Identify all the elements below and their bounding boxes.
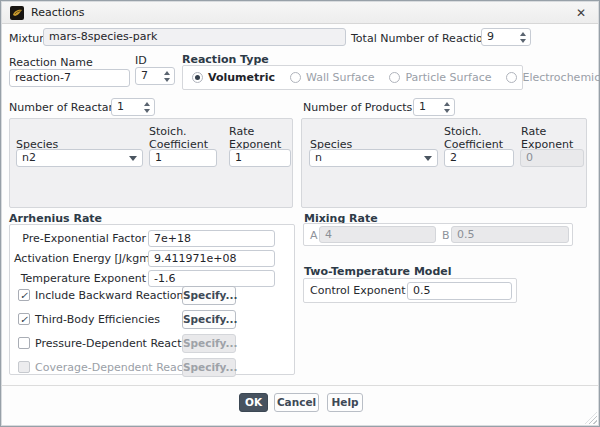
reaction-id-spinner[interactable]: 7 — [135, 67, 175, 85]
third-body-row: ✓ Third-Body Efficiencies Specify... — [10, 310, 294, 330]
chevron-down-icon — [129, 156, 137, 161]
products-table: Species Stoich. Coefficient Rate Exponen… — [301, 118, 587, 208]
mixing-a-label: A — [310, 227, 318, 244]
radio-volumetric[interactable]: Volumetric — [192, 71, 275, 84]
pre-exponential-input[interactable]: 7e+18 — [148, 230, 275, 247]
reaction-id-label: ID — [135, 54, 147, 67]
num-reactants-label: Number of Reactants — [9, 101, 126, 114]
ok-button[interactable]: OK — [239, 393, 268, 412]
titlebar: Reactions ✕ — [2, 2, 598, 24]
help-button[interactable]: Help — [327, 393, 363, 412]
backward-reaction-label: Include Backward Reaction — [35, 289, 184, 302]
control-exponent-input[interactable]: 0.5 — [407, 282, 512, 300]
activation-energy-label: Activation Energy [J/kgmol] — [14, 250, 146, 267]
total-reactions-value: 9 — [482, 29, 516, 45]
products-col-rate: Rate Exponent — [521, 124, 579, 151]
product-stoich-input[interactable]: 2 — [444, 149, 514, 167]
specify-third-body-button[interactable]: Specify... — [182, 310, 236, 329]
radio-electrochemical[interactable]: Electrochemical — [506, 71, 600, 84]
spinner-arrows-icon[interactable] — [140, 99, 154, 115]
total-reactions-spinner[interactable]: 9 — [481, 28, 531, 46]
third-body-label: Third-Body Efficiencies — [35, 313, 160, 326]
cancel-button[interactable]: Cancel — [274, 393, 319, 412]
reactant-stoich-input[interactable]: 1 — [149, 149, 217, 167]
reaction-type-radios: Volumetric Wall Surface Particle Surface… — [182, 65, 523, 90]
backward-reaction-row: ✓ Include Backward Reaction Specify... — [10, 286, 294, 306]
mixing-b-input: 0.5 — [451, 226, 569, 243]
checkbox-checked-icon[interactable]: ✓ — [18, 313, 30, 325]
control-exponent-label: Control Exponent — [310, 284, 405, 297]
radio-selected-icon[interactable] — [192, 72, 203, 83]
radio-particle-surface[interactable]: Particle Surface — [389, 71, 491, 84]
reactants-col-species: Species — [16, 124, 96, 151]
num-products-label: Number of Products — [303, 101, 412, 114]
checkbox-disabled-icon — [18, 361, 30, 373]
activation-energy-input[interactable]: 9.411971e+08 — [148, 250, 275, 267]
mixing-a-input: 4 — [319, 226, 436, 243]
coverage-dependent-row: Coverage-Dependent Reaction Specify... — [10, 358, 294, 378]
checkbox-unchecked-icon[interactable] — [18, 337, 30, 349]
reactants-col-stoich: Stoich. Coefficient — [149, 124, 215, 151]
reaction-name-label: Reaction Name — [9, 56, 93, 69]
total-reactions-label: Total Number of Reactions — [351, 32, 495, 45]
spinner-arrows-icon[interactable] — [516, 29, 530, 45]
product-rate-exponent-input: 0 — [520, 149, 584, 167]
arrhenius-group: Pre-Exponential Factor 7e+18 Activation … — [9, 224, 295, 375]
pre-exponential-label: Pre-Exponential Factor — [14, 230, 146, 247]
window-title: Reactions — [31, 6, 85, 19]
radio-wall-surface[interactable]: Wall Surface — [290, 71, 374, 84]
checkbox-checked-icon[interactable]: ✓ — [18, 289, 30, 301]
reaction-name-input[interactable]: reaction-7 — [9, 69, 130, 87]
reactants-col-rate: Rate Exponent — [229, 124, 287, 151]
radio-icon[interactable] — [506, 72, 517, 83]
app-icon — [10, 6, 24, 20]
two-temperature-group: Control Exponent 0.5 — [303, 278, 517, 303]
num-products-spinner[interactable]: 1 — [413, 98, 455, 116]
products-col-stoich: Stoich. Coefficient — [444, 124, 510, 151]
products-col-species: Species — [310, 124, 390, 151]
footer-separator — [1, 385, 599, 386]
chevron-down-icon — [424, 156, 432, 161]
specify-backward-button[interactable]: Specify... — [182, 286, 236, 305]
two-temperature-title: Two-Temperature Model — [304, 265, 452, 278]
spinner-arrows-icon[interactable] — [160, 68, 174, 84]
reactant-rate-exponent-input[interactable]: 1 — [229, 149, 291, 167]
mixing-b-label: B — [442, 227, 450, 244]
close-icon[interactable]: ✕ — [572, 6, 590, 20]
product-species-dropdown[interactable]: n — [309, 149, 438, 167]
num-products-value: 1 — [414, 99, 440, 115]
pressure-dependent-label: Pressure-Dependent Reaction — [35, 337, 198, 350]
mixing-rate-group: A 4 B 0.5 — [303, 223, 573, 246]
temperature-exponent-label: Temperature Exponent — [14, 270, 146, 287]
temperature-exponent-input[interactable]: -1.6 — [148, 270, 275, 287]
reaction-id-value: 7 — [136, 68, 160, 84]
reactants-table: Species Stoich. Coefficient Rate Exponen… — [9, 118, 293, 208]
mixture-field[interactable]: mars-8species-park — [43, 28, 346, 46]
specify-coverage-button: Specify... — [182, 358, 236, 377]
resize-grip[interactable] — [585, 412, 597, 424]
radio-icon[interactable] — [290, 72, 301, 83]
specify-pressure-button: Specify... — [182, 334, 236, 353]
radio-icon[interactable] — [389, 72, 400, 83]
reactions-dialog: Reactions ✕ Mixture mars-8species-park T… — [0, 0, 600, 427]
num-reactants-value: 1 — [112, 99, 140, 115]
reactant-species-dropdown[interactable]: n2 — [16, 149, 143, 167]
pressure-dependent-row: Pressure-Dependent Reaction Specify... — [10, 334, 294, 354]
num-reactants-spinner[interactable]: 1 — [111, 98, 155, 116]
coverage-dependent-label: Coverage-Dependent Reaction — [35, 361, 204, 374]
spinner-arrows-icon[interactable] — [440, 99, 454, 115]
